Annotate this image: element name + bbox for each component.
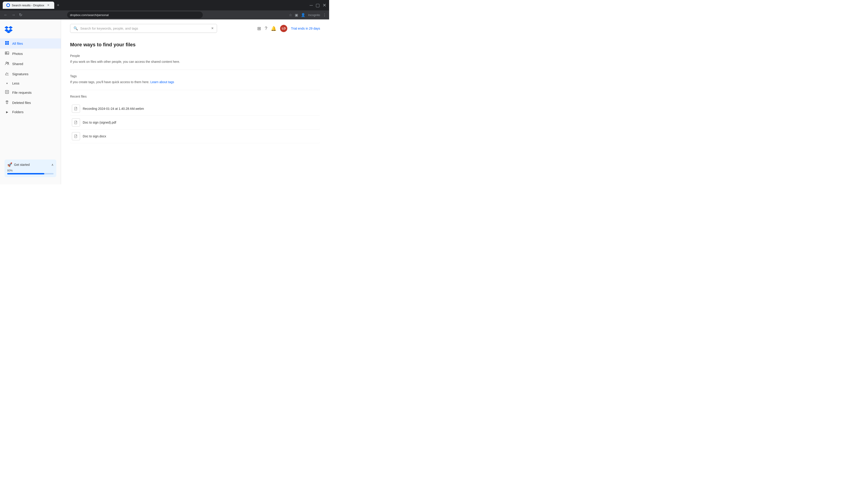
svg-rect-4 — [5, 52, 9, 55]
maximize-button[interactable]: ▢ — [315, 2, 320, 8]
file-name-2: Doc to sign.docx — [83, 134, 106, 138]
divider-2 — [70, 90, 320, 90]
menu-icon[interactable]: ⋮ — [323, 13, 327, 17]
active-tab[interactable]: Search results - Dropbox × — [3, 2, 54, 9]
get-started-title: 🚀 Get started — [7, 162, 30, 167]
incognito-label: Incognito — [308, 13, 320, 17]
svg-rect-10 — [74, 121, 77, 124]
refresh-button[interactable]: ↻ — [18, 11, 23, 18]
profile-icon[interactable]: 👤 — [301, 13, 305, 17]
recent-files-heading: Recent files — [70, 95, 320, 98]
header-actions: ⊞ ? 🔔 LD Trial ends in 29 days — [257, 25, 320, 32]
new-tab-button[interactable]: + — [55, 2, 61, 8]
sidebar-logo[interactable] — [0, 23, 61, 38]
signatures-icon — [4, 71, 9, 77]
less-expand-icon: ▾ — [4, 82, 9, 85]
svg-rect-1 — [7, 41, 9, 43]
sidebar: All files Photos Shared Signatures — [0, 20, 61, 184]
people-section: People If you work on files with other p… — [70, 54, 320, 64]
search-input[interactable] — [80, 26, 209, 30]
search-bar: 🔍 × — [70, 24, 217, 33]
learn-about-tags-link[interactable]: Learn about tags — [150, 80, 174, 84]
sidebar-item-photos-label: Photos — [12, 52, 23, 56]
svg-point-7 — [8, 62, 9, 64]
sidebar-item-file-requests[interactable]: File requests — [0, 88, 61, 98]
recent-file-item-2[interactable]: Doc to sign.docx — [70, 129, 320, 143]
search-clear-button[interactable]: × — [211, 26, 214, 31]
tab-search-icon[interactable]: ▣ — [295, 13, 298, 17]
photos-icon — [4, 51, 9, 57]
back-button[interactable]: ← — [3, 12, 8, 18]
avatar[interactable]: LD — [280, 25, 287, 32]
notifications-icon[interactable]: 🔔 — [271, 26, 276, 31]
sidebar-bottom: 🚀 Get started ∧ 80% — [0, 156, 61, 181]
minimize-button[interactable]: ─ — [310, 3, 313, 8]
svg-rect-0 — [5, 41, 7, 43]
sidebar-item-all-files[interactable]: All files — [0, 38, 61, 48]
content-body: More ways to find your files People If y… — [61, 37, 329, 158]
bookmark-icon[interactable]: ☆ — [289, 13, 292, 17]
svg-rect-2 — [5, 43, 7, 45]
apps-grid-icon[interactable]: ⊞ — [257, 26, 261, 31]
tags-description: If you create tags, you'll have quick ac… — [70, 80, 320, 85]
shared-icon — [4, 61, 9, 67]
address-right-actions: ☆ ▣ 👤 Incognito ⋮ — [289, 13, 327, 17]
file-requests-icon — [4, 90, 9, 95]
search-icon: 🔍 — [73, 26, 78, 31]
get-started-chevron-icon[interactable]: ∧ — [51, 163, 54, 166]
sidebar-item-shared[interactable]: Shared — [0, 59, 61, 69]
sidebar-item-file-requests-label: File requests — [12, 91, 32, 94]
help-icon[interactable]: ? — [265, 26, 267, 31]
sidebar-item-less[interactable]: ▾ Less — [0, 79, 61, 88]
sidebar-item-folders-label: Folders — [12, 110, 24, 114]
sidebar-item-photos[interactable]: Photos — [0, 48, 61, 59]
file-icon-1 — [72, 119, 80, 127]
sidebar-item-folders[interactable]: ▶ Folders — [0, 108, 61, 116]
people-heading: People — [70, 54, 320, 58]
recent-file-item-1[interactable]: Doc to sign (signed).pdf — [70, 116, 320, 129]
sidebar-item-deleted-files[interactable]: Deleted files — [0, 98, 61, 108]
sidebar-item-shared-label: Shared — [12, 62, 23, 66]
recent-files-list: Recording 2024-01-24 at 1.40.28 AM.webm … — [70, 102, 320, 143]
address-text: dropbox.com/search/personal — [70, 13, 200, 17]
svg-rect-3 — [7, 43, 9, 45]
sidebar-item-signatures-label: Signatures — [12, 72, 29, 76]
svg-rect-11 — [74, 135, 77, 138]
page-title: More ways to find your files — [70, 42, 320, 48]
tags-heading: Tags — [70, 74, 320, 78]
folders-expand-icon: ▶ — [4, 110, 9, 113]
sidebar-navigation: All files Photos Shared Signatures — [0, 38, 61, 156]
main-content: 🔍 × ⊞ ? 🔔 LD Trial ends in 29 days More … — [61, 20, 329, 184]
sidebar-item-deleted-files-label: Deleted files — [12, 101, 31, 105]
get-started-header: 🚀 Get started ∧ — [7, 162, 54, 167]
svg-point-6 — [6, 62, 7, 63]
recent-files-section: Recent files Recording 2024-01-24 at 1.4… — [70, 95, 320, 143]
sidebar-item-signatures[interactable]: Signatures — [0, 69, 61, 79]
tags-section: Tags If you create tags, you'll have qui… — [70, 74, 320, 85]
search-bar-container: 🔍 × — [70, 24, 217, 33]
get-started-label: Get started — [14, 163, 30, 166]
tab-title: Search results - Dropbox — [12, 4, 44, 7]
people-description: If you work on files with other people, … — [70, 59, 320, 64]
deleted-files-icon — [4, 100, 9, 105]
sidebar-item-less-label: Less — [12, 81, 20, 85]
address-bar[interactable]: dropbox.com/search/personal — [67, 11, 203, 18]
tab-favicon — [6, 3, 10, 7]
forward-button[interactable]: → — [10, 12, 16, 18]
tab-close-button[interactable]: × — [46, 3, 51, 7]
browser-chrome: Search results - Dropbox × + ─ ▢ ✕ — [0, 0, 329, 10]
recent-file-item-0[interactable]: Recording 2024-01-24 at 1.40.28 AM.webm — [70, 102, 320, 116]
svg-rect-9 — [74, 107, 77, 110]
dropbox-logo — [4, 25, 13, 33]
app-wrapper: All files Photos Shared Signatures — [0, 20, 329, 184]
file-icon-0 — [72, 105, 80, 113]
progress-bar-fill — [7, 173, 44, 174]
tab-bar: Search results - Dropbox × + — [3, 2, 308, 9]
rocket-icon: 🚀 — [7, 162, 12, 167]
tags-desc-text: If you create tags, you'll have quick ac… — [70, 80, 150, 84]
progress-text: 80% — [7, 169, 54, 172]
address-bar-row: ← → ↻ dropbox.com/search/personal ☆ ▣ 👤 … — [0, 10, 329, 20]
close-button[interactable]: ✕ — [322, 2, 327, 8]
trial-text[interactable]: Trial ends in 29 days — [291, 27, 320, 30]
window-controls: ─ ▢ ✕ — [310, 2, 327, 8]
